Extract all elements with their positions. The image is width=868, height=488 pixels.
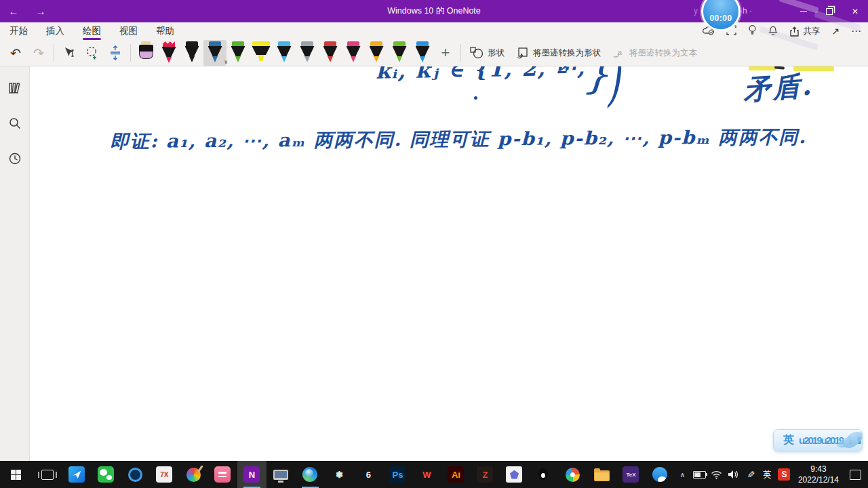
taskbar-app-qq-browser[interactable] <box>646 461 675 488</box>
taskbar-app-app-7x[interactable]: 7X <box>150 461 179 488</box>
taskbar-app-app-aperture-browser[interactable] <box>121 461 150 488</box>
pen-gallery <box>134 40 434 66</box>
highlighter-yellow[interactable] <box>250 40 273 66</box>
feedback-bell-icon[interactable] <box>768 24 778 38</box>
back-arrow-button[interactable] <box>0 0 27 22</box>
draw-with-mouse-icon[interactable] <box>831 25 840 37</box>
app-pinwheel-icon <box>566 468 580 482</box>
pen-red[interactable] <box>319 40 342 66</box>
app-7x-icon: 7X <box>156 466 172 483</box>
tab-help[interactable]: 帮助 <box>156 22 174 40</box>
undo-button[interactable] <box>4 41 27 64</box>
taskbar-app-app-pinwheel[interactable] <box>558 461 587 488</box>
taskbar-app-photoshop[interactable]: Ps <box>383 461 412 488</box>
shapes-button[interactable]: 形状 <box>465 47 510 59</box>
taskbar-app-onenote[interactable]: N <box>237 461 267 488</box>
ink-contradiction-note: 矛盾. <box>742 66 814 108</box>
sogou-logo: S <box>778 468 790 481</box>
taskbar-app-wps-office[interactable]: W <box>412 461 441 488</box>
pen-black[interactable] <box>180 40 203 66</box>
add-pen-button[interactable] <box>434 41 457 64</box>
timer-value: 00:00 <box>709 14 732 23</box>
taskbar-app-geogebra[interactable] <box>500 461 529 488</box>
lightbulb-icon[interactable] <box>748 24 757 38</box>
taskbar-app-app-z[interactable]: Z <box>471 461 500 488</box>
photoshop-icon: Ps <box>389 466 406 483</box>
battery-icon[interactable] <box>692 461 707 488</box>
page-canvas[interactable]: kᵢ, kⱼ ∈ {1, 2, ⋯, 2 } ) 矛盾. 即证: a₁, a₂,… <box>30 66 868 462</box>
taskbar-app-file-explorer[interactable] <box>587 461 616 488</box>
insert-space-button[interactable] <box>104 41 127 64</box>
pen-pink[interactable] <box>342 40 365 66</box>
tex-editor-icon: TeX <box>623 466 639 483</box>
app-aperture-browser-icon <box>128 468 142 482</box>
app-body: kᵢ, kⱼ ∈ {1, 2, ⋯, 2 } ) 矛盾. 即证: a₁, a₂,… <box>0 66 868 462</box>
tab-home[interactable]: 开始 <box>9 22 28 40</box>
pen-lime[interactable] <box>388 40 411 66</box>
recent-notes-icon[interactable] <box>5 149 24 168</box>
taskbar-app-sketchpad-6[interactable]: 6 <box>354 461 383 488</box>
file-explorer-icon <box>594 470 610 481</box>
taskbar-app-app-paint-palette[interactable] <box>179 461 208 488</box>
start-button[interactable] <box>0 461 33 488</box>
forward-arrow-button[interactable] <box>27 0 54 22</box>
taskbar-app-illustrator[interactable]: Ai <box>441 461 471 488</box>
notebooks-icon[interactable] <box>5 79 24 98</box>
taskbar-app-wechat[interactable] <box>92 461 121 488</box>
wechat-icon <box>98 466 114 483</box>
screen: Windows 10 的 OneNote 00:00 y h · 开始 插入 绘… <box>0 0 868 488</box>
ime-skin-icon[interactable] <box>857 436 863 444</box>
illustrator-icon: Ai <box>448 466 464 483</box>
eraser[interactable] <box>134 40 157 66</box>
maximize-button[interactable] <box>816 0 842 22</box>
pen-skyblue[interactable] <box>273 40 296 66</box>
taskbar-app-microsoft-edge[interactable] <box>296 461 325 488</box>
pencil-crimson[interactable] <box>157 40 180 66</box>
taskbar-app-tex-editor[interactable]: TeX <box>616 461 646 488</box>
language-indicator[interactable]: 英 <box>760 461 775 488</box>
volume-icon[interactable] <box>726 461 741 488</box>
pen-amber[interactable] <box>365 40 388 66</box>
watermark-fragment: y <box>694 6 698 16</box>
more-options-icon[interactable] <box>851 25 861 37</box>
action-center-button[interactable] <box>845 470 865 480</box>
redo-button[interactable] <box>27 41 50 64</box>
taskbar-app-app-monitor[interactable] <box>267 461 296 488</box>
ink-line1-closing-paren: ) <box>606 66 621 114</box>
pen-azure[interactable] <box>411 40 434 66</box>
taskbar-app-qq[interactable] <box>529 461 558 488</box>
taskbar-app-app-dart[interactable] <box>62 461 92 488</box>
tab-view[interactable]: 视图 <box>119 22 138 40</box>
select-tool-button[interactable] <box>58 41 81 64</box>
ink-line1-fraction: 2 <box>549 66 574 78</box>
watermark-fragment: h · <box>743 6 752 16</box>
shapes-label: 形状 <box>488 47 505 59</box>
ime-mode-label[interactable]: 英 <box>783 433 794 447</box>
tab-insert[interactable]: 插入 <box>46 22 64 40</box>
wifi-icon[interactable] <box>709 461 724 488</box>
onenote-icon: N <box>243 466 260 483</box>
search-icon[interactable] <box>5 114 24 133</box>
taskbar-app-app-pink[interactable] <box>208 461 237 488</box>
ime-moon-icon[interactable] <box>846 436 853 445</box>
tab-draw[interactable]: 绘图 <box>83 22 101 40</box>
ime-status-bar[interactable]: 英 <box>773 429 863 451</box>
share-button[interactable]: 共享 <box>789 26 820 37</box>
taskbar-app-app-flower[interactable]: ✽ <box>325 461 354 488</box>
taskbar: 7XN✽6PsWAiZTeX 英 S 9:43 2022/12/14 <box>0 461 868 488</box>
close-button[interactable] <box>842 0 868 22</box>
convert-ink-to-shape-button[interactable]: 将墨迹转换为形状 <box>510 47 606 59</box>
taskbar-apps: 7XN✽6PsWAiZTeX <box>62 461 675 488</box>
sogou-ime-icon[interactable]: S <box>776 461 792 488</box>
minimize-button[interactable] <box>791 0 816 22</box>
taskbar-clock[interactable]: 9:43 2022/12/14 <box>793 464 844 485</box>
pen-blue[interactable] <box>203 40 226 66</box>
convert-ink-to-shape-label: 将墨迹转换为形状 <box>533 47 601 59</box>
lasso-select-button[interactable] <box>81 41 104 64</box>
pen-silver[interactable] <box>296 40 319 66</box>
task-view-button[interactable] <box>33 461 62 488</box>
hidden-icons-chevron[interactable] <box>675 461 690 488</box>
windows-ink-pen-icon[interactable] <box>743 461 758 488</box>
ime-punctuation-icon[interactable] <box>799 434 843 447</box>
pen-green[interactable] <box>226 40 250 66</box>
